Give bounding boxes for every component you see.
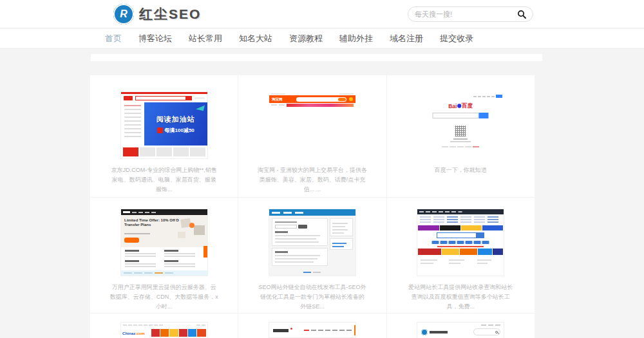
taobao-badge (349, 97, 353, 101)
chinaz-logo: Chinaz.com (122, 331, 139, 335)
site-thumbnail-blog[interactable] (269, 323, 355, 338)
site-card-chinaz[interactable]: Chinaz.com (90, 314, 238, 338)
aliyun-cta-button (124, 238, 139, 243)
seo-tool-button (298, 225, 307, 229)
seo-tool-form (272, 218, 328, 246)
search-input[interactable] (415, 10, 517, 18)
site-card-jd[interactable]: 阅读加油站 每满100减50 京东JD.COM-专业的综合网上购物**,销售家电… (90, 75, 238, 197)
seo-tool-text-block (272, 248, 328, 266)
aizhan-search-button (477, 232, 484, 238)
aizhan-search-section (417, 230, 504, 249)
site-thumbnail-aliyun[interactable]: Limited Time Offer: 10% Off D Transfer P… (121, 209, 207, 276)
baidu-logo-latin: Bai (449, 103, 457, 109)
baidu-search-button (479, 113, 489, 118)
chinaz-logo-suffix: .com (135, 331, 144, 335)
aliyun-header (121, 209, 207, 215)
jd-header (121, 94, 207, 102)
jd-promo-banner: 阅读加油站 每满100减50 (144, 102, 207, 146)
nav-item-submit-site[interactable]: 提交收录 (440, 33, 473, 44)
seo-tool-header (269, 209, 355, 216)
nav-item-famous-sites[interactable]: 知名大站 (239, 33, 272, 44)
site-card-grid: 阅读加油站 每满100减50 京东JD.COM-专业的综合网上购物**,销售家电… (90, 75, 535, 338)
nav-item-home[interactable]: 首页 (105, 33, 122, 44)
card-row-1: 阅读加油站 每满100减50 京东JD.COM-专业的综合网上购物**,销售家电… (90, 75, 535, 198)
jd-search-bar (135, 96, 192, 100)
jd-banner-title: 阅读加油站 (156, 115, 195, 124)
site-thumbnail-jd[interactable]: 阅读加油站 每满100减50 (121, 92, 207, 158)
aliyun-hero-title: Limited Time Offer: 10% Off D Transfer P… (124, 218, 182, 227)
nav-item-domain-register[interactable]: 域名注册 (390, 33, 423, 44)
aizhan-search-input (437, 232, 477, 238)
jd-logo (124, 96, 133, 100)
aliyun-side-tab (204, 246, 207, 258)
site-description: 万用户正享用阿里云提供的云服务器、云数据库、云存储、CDN、大数据等服务，x小时… (109, 283, 219, 312)
baidu-logo: Bai 百度 (430, 102, 491, 110)
taobao-search-bar (296, 97, 346, 102)
nav-item-resource-tutorials[interactable]: 资源教程 (289, 33, 323, 44)
site-card-aizhan[interactable]: 爱站网站长工具提供网站收录查询和站长查询以及百度权重值查询等多个站长工具，免费.… (386, 198, 535, 313)
thumb-area (417, 209, 504, 276)
site-description: 百度一下，你就知道 (406, 165, 515, 175)
site-thumbnail-baidu[interactable]: Bai 百度 (417, 92, 504, 158)
site-card-baidu[interactable]: Bai 百度 百度一下，你就知道 (386, 75, 535, 197)
site-card-taobao[interactable]: 淘宝网 淘宝网 - 亚洲较大的网上交易平台，提供各类服饰、美容、家居、数码、话费… (238, 75, 386, 197)
baidu-paw-icon (457, 104, 461, 108)
site-card-hongchen-seo[interactable] (386, 314, 535, 338)
blog-header-row (269, 326, 355, 335)
logo-text: 红尘SEO (139, 5, 201, 23)
aizhan-header (417, 209, 504, 214)
chinaz-logo-main: Chinaz (122, 331, 135, 335)
site-card-seo-tool[interactable]: SEO网站外链全自动在线发布工具-SEO外链优化工具是一款专门为草根站长准备的外… (238, 198, 386, 313)
aliyun-feature-columns (121, 247, 207, 270)
card-row-3: Chinaz.com (90, 314, 535, 338)
nav-item-helper-plugins[interactable]: 辅助外挂 (339, 33, 373, 44)
baidu-search-row (433, 113, 489, 118)
site-description: 爱站网站长工具提供网站收录查询和站长查询以及百度权重值查询等多个站长工具，免费.… (406, 283, 515, 312)
jd-promo-tag (157, 127, 163, 133)
mini-search-box (473, 328, 500, 335)
baidu-topbar (473, 95, 502, 98)
jd-category-sidebar (121, 102, 144, 146)
aizhan-ad-row-2 (417, 249, 504, 255)
site-thumbnail-taobao[interactable]: 淘宝网 (269, 92, 355, 107)
baidu-search-input (433, 113, 479, 118)
search-icon[interactable] (517, 10, 526, 19)
jd-promo-row: 每满100减50 (157, 127, 194, 134)
mini-logo-row (421, 329, 448, 335)
jd-body: 阅读加油站 每满100减50 (121, 102, 207, 146)
aizhan-footer-columns (417, 255, 504, 276)
header-search (408, 6, 533, 22)
aizhan-tool-buttons (432, 241, 489, 244)
content-banner-strip (91, 54, 542, 61)
aizhan-ad-row-1 (417, 225, 504, 230)
aizhan-logo (419, 211, 424, 212)
site-thumbnail-seo-tool[interactable] (269, 209, 355, 276)
seo-tool-sidebar-box (330, 218, 353, 236)
site-description: 京东JD.COM-专业的综合网上购物**,销售家电、数码通讯、电脑、家居百货、服… (109, 165, 219, 194)
mini-magnifier-icon (495, 331, 498, 333)
chinaz-topbar (121, 323, 207, 328)
mini-logo-text (430, 331, 448, 333)
baidu-logo-cjk: 百度 (462, 102, 473, 110)
site-thumbnail-aizhan[interactable] (417, 209, 504, 276)
thumb-area: 淘宝网 (269, 92, 355, 158)
site-logo[interactable]: R 红尘SEO (113, 4, 201, 24)
site-thumbnail-chinaz[interactable]: Chinaz.com (121, 323, 207, 338)
mini-logo-icon (421, 329, 428, 335)
site-card-blog[interactable] (238, 314, 386, 338)
thumb-area: Bai 百度 (417, 92, 504, 158)
nav-item-blog-forum[interactable]: 博客论坛 (138, 33, 172, 44)
aliyun-notice-bar (121, 270, 207, 276)
site-thumbnail-hongchen-seo[interactable] (417, 323, 504, 338)
hero-line-2: Transfer Plans (124, 223, 151, 227)
card-row-2: Limited Time Offer: 10% Off D Transfer P… (90, 198, 535, 314)
nav-item-webmaster-tools[interactable]: 站长常用 (189, 33, 222, 44)
site-card-aliyun[interactable]: Limited Time Offer: 10% Off D Transfer P… (90, 198, 238, 313)
taobao-header: 淘宝网 (269, 95, 355, 103)
taobao-ad-strip (287, 104, 354, 107)
site-header: R 红尘SEO (0, 0, 644, 28)
thumb-area: 阅读加油站 每满100减50 (121, 92, 207, 158)
site-description: 淘宝网 - 亚洲较大的网上交易平台，提供各类服饰、美容、家居、数码、话费/点卡充… (258, 165, 367, 194)
thumb-area (269, 209, 355, 276)
taobao-subnav (269, 103, 355, 107)
